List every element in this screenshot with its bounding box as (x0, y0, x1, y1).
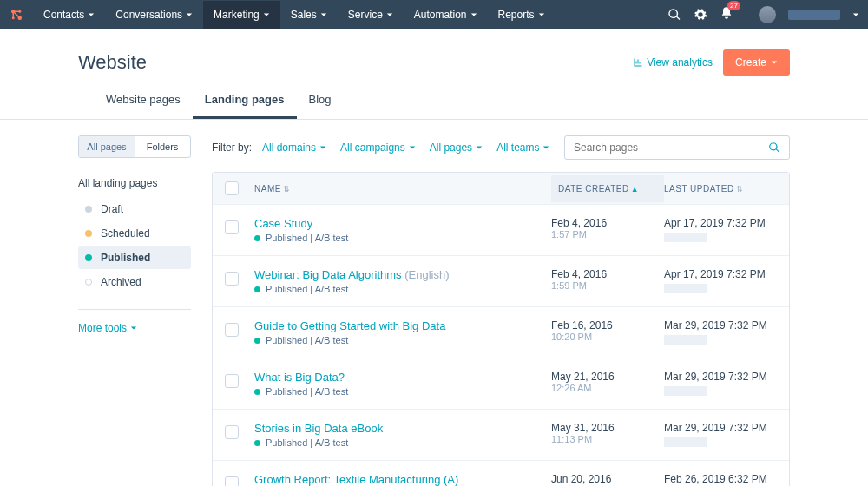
view-analytics-link[interactable]: View analytics (633, 56, 713, 69)
last-updated: Mar 29, 2019 7:32 PM (664, 371, 777, 396)
published-dot-icon (254, 338, 260, 344)
filter-all-campaigns[interactable]: All campaigns (340, 141, 416, 154)
nav-label: Contacts (43, 9, 84, 21)
main-content: Filter by: All domainsAll campaignsAll p… (212, 135, 790, 486)
page-link[interactable]: Growth Report: Textile Manufacturing (A) (254, 473, 551, 486)
row-checkbox[interactable] (225, 323, 239, 337)
page-link[interactable]: Webinar: Big Data Algorithms (English) (254, 268, 551, 281)
status-dot-icon (85, 206, 92, 213)
date-created: Jun 20, 201610:42 AM (551, 473, 664, 486)
filter-all-teams[interactable]: All teams (496, 141, 549, 154)
published-dot-icon (254, 235, 260, 241)
page-status: Published | A/B test (254, 386, 551, 397)
table-header: NAME⇅ DATE CREATED▲ LAST UPDATED⇅ (213, 173, 789, 204)
updated-sub (664, 233, 707, 242)
toggle-all-pages[interactable]: All pages (79, 136, 135, 157)
last-updated: Apr 17, 2019 7:32 PM (664, 268, 777, 293)
published-dot-icon (254, 389, 260, 395)
status-published[interactable]: Published (78, 246, 191, 269)
hubspot-logo-icon (9, 7, 24, 23)
page-header: Website View analytics Create (0, 29, 868, 76)
search-input[interactable] (564, 135, 790, 160)
updated-sub (664, 284, 707, 293)
status-draft[interactable]: Draft (78, 198, 191, 220)
col-name[interactable]: NAME (254, 184, 281, 194)
table-row: Case StudyPublished | A/B testFeb 4, 201… (213, 204, 789, 255)
page-status: Published | A/B test (254, 437, 551, 448)
notifications-icon[interactable]: 27 (720, 6, 733, 23)
select-all-checkbox[interactable] (225, 181, 239, 195)
nav-item-reports[interactable]: Reports (488, 1, 556, 29)
col-date-created[interactable]: DATE CREATED (558, 184, 629, 194)
page-link[interactable]: Stories in Big Data eBook (254, 422, 551, 435)
page-status: Published | A/B test (254, 284, 551, 294)
chevron-down-icon (263, 11, 270, 18)
account-name[interactable] (788, 10, 840, 20)
search-icon[interactable] (667, 8, 681, 22)
updated-sub (664, 335, 707, 345)
nav-item-contacts[interactable]: Contacts (33, 1, 105, 29)
chevron-down-icon[interactable] (852, 11, 859, 18)
nav-item-service[interactable]: Service (338, 1, 404, 29)
chevron-down-icon (386, 11, 393, 18)
chevron-down-icon (320, 11, 327, 18)
nav-item-marketing[interactable]: Marketing (203, 1, 280, 29)
status-dot-icon (85, 279, 92, 286)
notification-badge: 27 (727, 1, 740, 10)
filter-label: All pages (430, 141, 472, 154)
nav-item-automation[interactable]: Automation (404, 1, 488, 29)
gear-icon[interactable] (694, 8, 707, 22)
nav-item-sales[interactable]: Sales (280, 1, 338, 29)
table-row: Guide to Getting Started with Big DataPu… (213, 306, 789, 358)
nav-label: Service (348, 9, 383, 21)
filter-all-pages[interactable]: All pages (430, 141, 483, 154)
more-tools-link[interactable]: More tools (78, 322, 191, 334)
table-row: What is Big Data?Published | A/B testMay… (213, 358, 789, 409)
table-row: Stories in Big Data eBookPublished | A/B… (213, 409, 789, 460)
date-created: May 21, 201612:26 AM (551, 371, 664, 393)
chevron-down-icon (476, 144, 483, 151)
filter-all-domains[interactable]: All domains (262, 141, 326, 154)
filter-label: Filter by: (212, 141, 252, 154)
chevron-down-icon (130, 325, 137, 332)
row-checkbox[interactable] (225, 476, 239, 486)
last-updated: Feb 26, 2019 6:32 PM (664, 473, 777, 486)
page-link[interactable]: Case Study (254, 217, 551, 230)
date-created: Feb 4, 20161:59 PM (551, 268, 664, 291)
status-archived[interactable]: Archived (78, 271, 191, 293)
create-button[interactable]: Create (723, 49, 790, 76)
tab-website-pages[interactable]: Website pages (94, 93, 193, 119)
page-status: Published | A/B test (254, 233, 551, 243)
chevron-down-icon (319, 144, 326, 151)
nav-label: Sales (291, 9, 317, 21)
top-nav: ContactsConversationsMarketingSalesServi… (0, 0, 868, 29)
sidebar: All pagesFolders All landing pages Draft… (78, 135, 191, 486)
status-label: Scheduled (101, 227, 150, 240)
col-last-updated[interactable]: LAST UPDATED (664, 184, 734, 194)
status-label: Draft (101, 203, 123, 215)
status-scheduled[interactable]: Scheduled (78, 222, 191, 245)
page-title: Website (78, 51, 147, 74)
page-link[interactable]: What is Big Data? (254, 371, 551, 384)
toggle-folders[interactable]: Folders (135, 136, 190, 157)
nav-item-conversations[interactable]: Conversations (105, 1, 203, 29)
page-link[interactable]: Guide to Getting Started with Big Data (254, 319, 551, 332)
last-updated: Mar 29, 2019 7:32 PM (664, 319, 777, 345)
tab-blog[interactable]: Blog (297, 93, 344, 119)
filter-label: All domains (262, 141, 316, 154)
avatar[interactable] (759, 6, 776, 23)
pages-table: NAME⇅ DATE CREATED▲ LAST UPDATED⇅ Case S… (212, 172, 790, 486)
view-analytics-label: View analytics (647, 56, 713, 69)
row-checkbox[interactable] (225, 272, 239, 286)
row-checkbox[interactable] (225, 220, 239, 234)
row-checkbox[interactable] (225, 425, 239, 439)
search-field[interactable] (574, 141, 768, 154)
chevron-down-icon (470, 11, 477, 18)
row-checkbox[interactable] (225, 374, 239, 388)
chevron-down-icon (88, 11, 95, 18)
divider (78, 309, 191, 310)
table-row: Webinar: Big Data Algorithms (English)Pu… (213, 255, 789, 306)
more-tools-label: More tools (78, 322, 127, 334)
status-dot-icon (85, 230, 92, 237)
tab-landing-pages[interactable]: Landing pages (193, 93, 297, 119)
